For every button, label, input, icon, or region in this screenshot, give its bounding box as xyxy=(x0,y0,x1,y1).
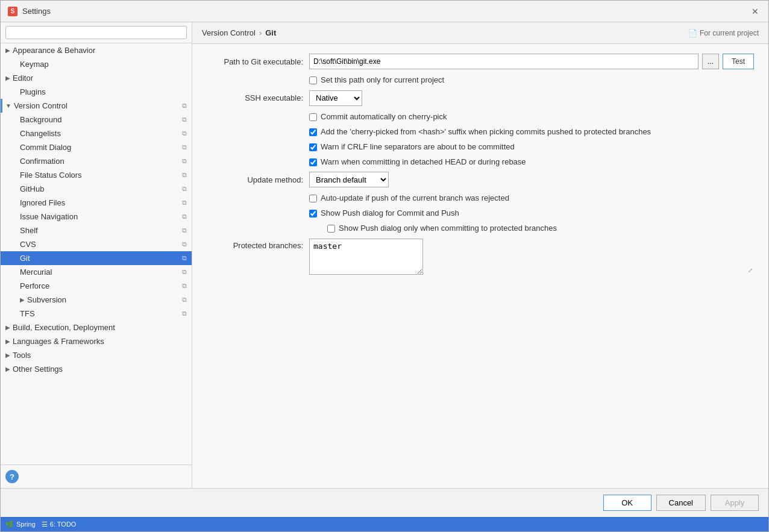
warn-detached-row: Warn when committing in detached HEAD or… xyxy=(207,157,754,167)
sidebar-item-changelists[interactable]: Changelists ⧉ xyxy=(1,127,192,140)
expand-arrow-icon: ▶ xyxy=(5,75,10,81)
apply-button[interactable]: Apply xyxy=(711,495,759,511)
title-bar-left: S Settings xyxy=(8,7,51,16)
breadcrumb-arrow: › xyxy=(259,28,262,37)
branch-status[interactable]: 🌿 Spring xyxy=(5,521,36,528)
protected-branches-wrapper: master ⤢ xyxy=(309,239,754,275)
todo-icon: ☰ xyxy=(42,521,48,528)
warn-detached-checkbox[interactable] xyxy=(309,158,317,166)
browse-button[interactable]: ... xyxy=(702,54,719,69)
show-push-protected-label[interactable]: Show Push dialog only when committing to… xyxy=(327,224,557,234)
breadcrumb-section: Version Control xyxy=(202,28,256,37)
sidebar-item-other[interactable]: ▶ Other Settings xyxy=(1,362,192,376)
sidebar-item-subversion[interactable]: ▶ Subversion ⧉ xyxy=(1,293,192,307)
sidebar-item-build[interactable]: ▶ Build, Execution, Deployment xyxy=(1,321,192,334)
sidebar-item-background[interactable]: Background ⧉ xyxy=(1,113,192,127)
auto-commit-row: Commit automatically on cherry-pick xyxy=(207,112,754,122)
warn-crlf-row: Warn if CRLF line separators are about t… xyxy=(207,142,754,152)
update-method-label: Update method: xyxy=(207,175,309,184)
main-content: Version Control › Git 📄 For current proj… xyxy=(192,22,768,488)
dialog-title: Settings xyxy=(22,7,51,16)
show-push-protected-checkbox[interactable] xyxy=(327,225,335,233)
copy-icon: ⧉ xyxy=(182,268,187,276)
sidebar-spacer xyxy=(1,376,192,465)
cancel-button[interactable]: Cancel xyxy=(656,495,706,511)
sidebar-item-cvs[interactable]: CVS ⧉ xyxy=(1,237,192,251)
ssh-select[interactable]: Native Built-in xyxy=(309,90,362,106)
cherry-pick-suffix-label[interactable]: Add the 'cherry-picked from <hash>' suff… xyxy=(309,127,651,137)
sidebar-item-ignored-files[interactable]: Ignored Files ⧉ xyxy=(1,196,192,210)
expand-textarea-icon: ⤢ xyxy=(748,267,753,274)
sidebar-item-git[interactable]: Git ⧉ xyxy=(1,251,192,265)
ok-button[interactable]: OK xyxy=(603,495,651,511)
show-push-dialog-checkbox[interactable] xyxy=(309,210,317,217)
current-project-row: Set this path only for current project xyxy=(207,75,754,86)
copy-icon: ⧉ xyxy=(182,143,187,151)
expand-arrow-icon: ▶ xyxy=(20,296,25,303)
copy-icon: ⧉ xyxy=(182,213,187,221)
status-bar: 🌿 Spring ☰ 6: TODO xyxy=(1,517,768,531)
warn-crlf-label[interactable]: Warn if CRLF line separators are about t… xyxy=(309,142,515,152)
copy-icon: ⧉ xyxy=(182,116,187,124)
show-push-protected-row: Show Push dialog only when committing to… xyxy=(207,224,754,234)
dialog-footer: OK Cancel Apply xyxy=(1,488,768,517)
test-button[interactable]: Test xyxy=(723,54,754,69)
sidebar-item-perforce[interactable]: Perforce ⧉ xyxy=(1,279,192,293)
sidebar-item-mercurial[interactable]: Mercurial ⧉ xyxy=(1,265,192,279)
sidebar-item-keymap[interactable]: Keymap xyxy=(1,57,192,71)
sidebar-item-file-status-colors[interactable]: File Status Colors ⧉ xyxy=(1,168,192,182)
app-icon: S xyxy=(8,7,17,16)
todo-label: 6: TODO xyxy=(50,521,77,528)
sidebar-item-tfs[interactable]: TFS ⧉ xyxy=(1,307,192,321)
expand-arrow-icon: ▼ xyxy=(5,102,11,109)
todo-status[interactable]: ☰ 6: TODO xyxy=(42,521,77,528)
sidebar-item-confirmation[interactable]: Confirmation ⧉ xyxy=(1,154,192,168)
sidebar-item-issue-navigation[interactable]: Issue Navigation ⧉ xyxy=(1,210,192,224)
protected-branches-input[interactable]: master xyxy=(309,239,423,275)
expand-arrow-icon: ▶ xyxy=(5,366,10,372)
title-bar: S Settings ✕ xyxy=(1,1,768,22)
copy-icon: ⧉ xyxy=(182,282,187,290)
current-project-label[interactable]: Set this path only for current project xyxy=(309,75,444,86)
update-method-input-group: Branch default Merge Rebase xyxy=(309,172,754,187)
active-indicator xyxy=(1,99,2,113)
ssh-input-group: Native Built-in xyxy=(309,90,754,106)
sidebar-item-appearance[interactable]: ▶ Appearance & Behavior xyxy=(1,43,192,57)
auto-commit-checkbox[interactable] xyxy=(309,113,317,121)
auto-commit-label[interactable]: Commit automatically on cherry-pick xyxy=(309,112,447,122)
sidebar-item-github[interactable]: GitHub ⧉ xyxy=(1,182,192,196)
warn-crlf-checkbox[interactable] xyxy=(309,143,317,151)
cherry-pick-suffix-row: Add the 'cherry-picked from <hash>' suff… xyxy=(207,127,754,137)
path-label: Path to Git executable: xyxy=(207,57,309,66)
protected-branches-label: Protected branches: xyxy=(207,239,309,250)
show-push-dialog-label[interactable]: Show Push dialog for Commit and Push xyxy=(309,208,459,219)
sidebar-item-editor[interactable]: ▶ Editor xyxy=(1,71,192,85)
path-input[interactable] xyxy=(309,54,698,69)
search-input[interactable] xyxy=(5,26,187,39)
sidebar-item-languages[interactable]: ▶ Languages & Frameworks xyxy=(1,334,192,348)
settings-dialog: S Settings ✕ 🔍 ▶ Appearance & Behavior K… xyxy=(0,0,769,532)
update-method-select[interactable]: Branch default Merge Rebase xyxy=(309,172,389,187)
help-button[interactable]: ? xyxy=(5,470,19,483)
auto-update-label[interactable]: Auto-update if push of the current branc… xyxy=(309,193,509,204)
cherry-pick-suffix-checkbox[interactable] xyxy=(309,128,317,136)
sidebar-item-shelf[interactable]: Shelf ⧉ xyxy=(1,224,192,237)
expand-arrow-icon: ▶ xyxy=(5,338,10,345)
sidebar-item-commit-dialog[interactable]: Commit Dialog ⧉ xyxy=(1,140,192,154)
warn-detached-label[interactable]: Warn when committing in detached HEAD or… xyxy=(309,157,526,167)
close-button[interactable]: ✕ xyxy=(749,5,761,17)
copy-icon: ⧉ xyxy=(182,185,187,193)
sidebar-item-tools[interactable]: ▶ Tools xyxy=(1,348,192,362)
breadcrumb: Version Control › Git 📄 For current proj… xyxy=(192,22,768,44)
sidebar-item-plugins[interactable]: Plugins xyxy=(1,85,192,99)
expand-arrow-icon: ▶ xyxy=(5,324,10,331)
current-project-checkbox[interactable] xyxy=(309,77,317,84)
copy-icon: ⧉ xyxy=(182,157,187,165)
sidebar: 🔍 ▶ Appearance & Behavior Keymap ▶ Edito… xyxy=(1,22,192,488)
copy-icon: ⧉ xyxy=(182,171,187,179)
sidebar-item-version-control[interactable]: ▼ Version Control ⧉ xyxy=(1,99,192,113)
breadcrumb-current: Git xyxy=(265,28,276,37)
expand-arrow-icon: ▶ xyxy=(5,352,10,358)
auto-update-checkbox[interactable] xyxy=(309,195,317,202)
project-icon: 📄 xyxy=(688,29,697,37)
